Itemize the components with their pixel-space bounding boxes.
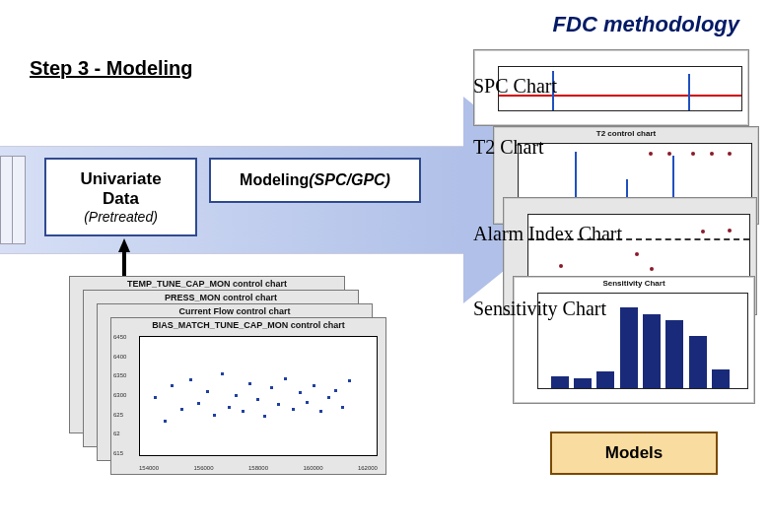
- mini-chart-4-xticks: 154000156000 158000160000 162000: [139, 465, 378, 471]
- modeling-box: Modeling (SPC/GPC): [209, 158, 421, 203]
- arrow-up-stem: [122, 250, 126, 276]
- models-output-box: Models: [550, 432, 718, 475]
- sens-thumb-title: Sensitivity Chart: [514, 279, 754, 288]
- univariate-line3: (Pretreated): [84, 209, 158, 225]
- univariate-line1: Univariate: [80, 169, 161, 189]
- mini-chart-1-title: TEMP_TUNE_CAP_MON control chart: [70, 277, 344, 289]
- mini-chart-3-title: Current Flow control chart: [98, 304, 372, 316]
- sensitivity-chart-thumb: Sensitivity Chart: [513, 276, 755, 404]
- univariate-line2: Data: [103, 189, 139, 209]
- alarm-chart-label: Alarm Index Chart: [473, 223, 622, 245]
- modeling-label: Modeling: [240, 171, 309, 189]
- mini-chart-4-title: BIAS_MATCH_TUNE_CAP_MON control chart: [111, 318, 385, 330]
- mini-chart-2-title: PRESS_MON control chart: [84, 291, 358, 302]
- step-heading: Step 3 - Modeling: [30, 57, 193, 80]
- t2-chart-label: T2 Chart: [473, 136, 544, 159]
- spc-chart-label: SPC Chart: [473, 75, 557, 98]
- mini-chart-4: BIAS_MATCH_TUNE_CAP_MON control chart 64…: [110, 317, 386, 475]
- sensitivity-chart-label: Sensitivity Chart: [473, 298, 606, 320]
- modeling-method: (SPC/GPC): [309, 171, 390, 189]
- page-title: FDC methodology: [553, 12, 739, 37]
- input-stack-hint: [0, 156, 28, 244]
- univariate-data-box: Univariate Data (Pretreated): [44, 158, 197, 236]
- control-charts-stack: TEMP_TUNE_CAP_MON control chart PRESS_MO…: [69, 276, 394, 483]
- mini-chart-4-yticks: 64506400 63506300 62562 615: [113, 334, 137, 456]
